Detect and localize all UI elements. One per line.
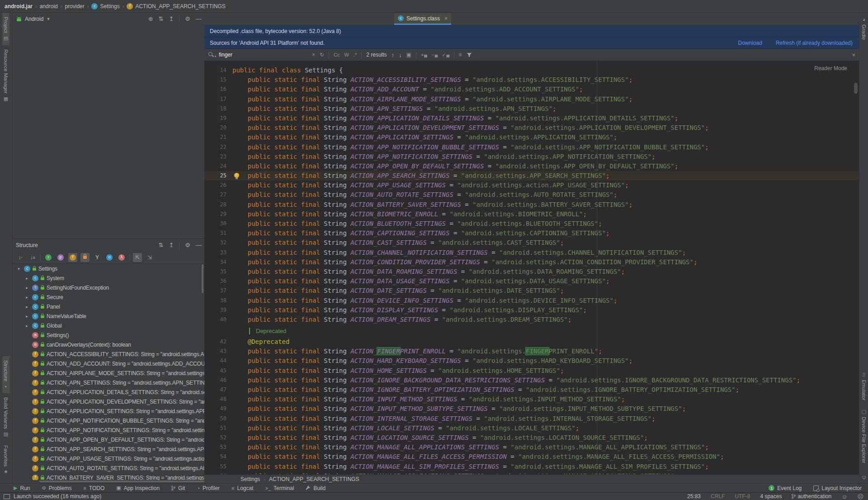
code-line[interactable]: 14public final class Settings {: [204, 66, 859, 75]
code-line[interactable]: 27 public static final String ACTION_AUT…: [204, 190, 859, 200]
search-history-icon[interactable]: ↻: [320, 52, 324, 58]
words-toggle[interactable]: W: [344, 52, 349, 57]
tree-item-field[interactable]: fACTION_AIRPLANE_MODE_SETTINGS: String =…: [12, 368, 204, 378]
tool-button-project[interactable]: Project▤: [2, 13, 9, 45]
structure-vscrollbar[interactable]: [202, 264, 203, 293]
code-line[interactable]: 47 public static final String ACTION_IGN…: [204, 385, 859, 395]
code-line[interactable]: 50 public static final String ACTION_INT…: [204, 414, 859, 424]
line-ending-indicator[interactable]: CRLF: [711, 493, 725, 500]
feedback-happy-icon[interactable]: ☺: [841, 493, 847, 500]
hide-panel-icon[interactable]: —: [196, 15, 202, 22]
tree-item-field[interactable]: fACTION_APP_USAGE_SETTINGS: String = "an…: [12, 454, 204, 463]
refresh-link[interactable]: Refresh (if already downloaded): [776, 40, 853, 46]
code-line[interactable]: 31 public static final String ACTION_CAP…: [204, 229, 859, 238]
code-line[interactable]: 34 public static final String ACTION_CON…: [204, 257, 859, 267]
tree-item-class[interactable]: ▾cSettings: [12, 264, 204, 273]
remove-occurrence-icon[interactable]: −▮▮: [431, 52, 437, 58]
expand-all-icon[interactable]: ⇅: [159, 242, 164, 248]
tree-item-field[interactable]: fACTION_ACCESSIBILITY_SETTINGS: String =…: [12, 349, 204, 359]
tree-item-field[interactable]: fACTION_APPLICATION_SETTINGS: String = "…: [12, 406, 204, 416]
show-properties-icon[interactable]: p: [56, 253, 65, 262]
tool-window-button-run[interactable]: ▶Run: [14, 485, 30, 491]
search-icon[interactable]: ▾: [208, 52, 214, 58]
tree-item-nested-class[interactable]: ▸cSystem: [12, 273, 204, 283]
code-line[interactable]: 51 public static final String ACTION_LOC…: [204, 424, 859, 433]
code-line[interactable]: 19 public static final String ACTION_APP…: [204, 114, 859, 123]
tree-item-field[interactable]: fACTION_APPLICATION_DEVELOPMENT_SETTINGS…: [12, 397, 204, 406]
git-branch-indicator[interactable]: authentication: [792, 493, 831, 500]
tool-button-build-variants[interactable]: Build Variants▨: [2, 393, 9, 441]
next-occurrence-icon[interactable]: ↓: [399, 52, 402, 58]
breadcrumb-item-field[interactable]: f ACTION_APP_SEARCH_SETTINGS: [127, 3, 225, 10]
gear-icon[interactable]: ⚙: [185, 15, 190, 22]
code-line[interactable]: 55 public static final String ACTION_MAN…: [204, 462, 859, 471]
tree-item-nested-class[interactable]: ▸cSecure: [12, 292, 204, 302]
prev-occurrence-icon[interactable]: ↑: [392, 52, 395, 58]
regex-toggle[interactable]: .*: [354, 52, 357, 57]
breadcrumb-item-settings[interactable]: Settings: [241, 476, 260, 482]
tree-item-method[interactable]: mSettings(): [12, 330, 204, 340]
code-line[interactable]: 30 public static final String ACTION_BLU…: [204, 219, 859, 229]
tool-window-button-terminal[interactable]: >_Terminal: [265, 485, 294, 491]
code-line[interactable]: 53 public static final String ACTION_MAN…: [204, 443, 859, 452]
code-line[interactable]: 24 public static final String ACTION_APP…: [204, 162, 859, 171]
encoding-indicator[interactable]: UTF-8: [735, 493, 750, 500]
code-line[interactable]: 45 public static final String ACTION_HOM…: [204, 366, 859, 376]
code-line[interactable]: 23 public static final String ACTION_APP…: [204, 152, 859, 162]
match-case-toggle[interactable]: Cc: [334, 52, 340, 57]
tool-window-button-git[interactable]: Git: [171, 485, 185, 491]
show-fields-icon[interactable]: f: [68, 253, 77, 262]
code-line[interactable]: 15 public static final String ACTION_ACC…: [204, 75, 859, 85]
structure-hscrollbar[interactable]: [39, 481, 204, 482]
autoscroll-from-source-icon[interactable]: ⇲: [145, 253, 154, 262]
code-line[interactable]: 52 public static final String ACTION_LOC…: [204, 433, 859, 443]
breadcrumb-item-settings[interactable]: c Settings: [91, 3, 119, 10]
tree-item-nested-class[interactable]: ▸cNameValueTable: [12, 311, 204, 321]
show-lambdas-icon[interactable]: λ: [117, 253, 126, 262]
autoscroll-to-source-icon[interactable]: ⇱: [133, 253, 142, 262]
tree-item-field[interactable]: fACTION_APP_NOTIFICATION_BUBBLE_SETTINGS…: [12, 416, 204, 425]
code-line[interactable]: 40 public static final String ACTION_DRE…: [204, 315, 859, 324]
show-interfaces-icon[interactable]: o: [105, 253, 114, 262]
add-occurrence-icon[interactable]: +▮▮: [421, 52, 427, 58]
sort-by-visibility-icon[interactable]: ↓▪: [16, 253, 25, 262]
show-inherited-icon[interactable]: ↑: [44, 253, 53, 262]
breadcrumb-item-field[interactable]: ACTION_APP_SEARCH_SETTINGS: [269, 476, 359, 482]
code-line[interactable]: 33 public static final String ACTION_CHA…: [204, 248, 859, 257]
show-non-public-icon[interactable]: [80, 253, 90, 262]
tool-window-button-app-inspection[interactable]: ▣App Inspection: [116, 485, 160, 491]
code-line[interactable]: 17 public static final String ACTION_AIR…: [204, 95, 859, 104]
expand-all-icon[interactable]: ⇅: [159, 15, 164, 22]
code-line[interactable]: 37 public static final String ACTION_DAT…: [204, 286, 859, 295]
code-line[interactable]: Deprecated: [204, 324, 859, 337]
tree-item-nested-class[interactable]: ▸cGlobal: [12, 321, 204, 330]
tool-button-resource-manager[interactable]: Resource Manager▦: [2, 45, 9, 106]
code-line[interactable]: 20 public static final String ACTION_APP…: [204, 123, 859, 133]
tree-item-nested-class[interactable]: ▸↯SettingNotFoundException: [12, 283, 204, 292]
indent-indicator[interactable]: 4 spaces: [760, 493, 782, 500]
collapse-all-icon[interactable]: ↥: [169, 242, 174, 248]
code-line[interactable]: 36 public static final String ACTION_DAT…: [204, 276, 859, 286]
code-line[interactable]: 46 public static final String ACTION_IGN…: [204, 376, 859, 385]
code-line[interactable]: 48 public static final String ACTION_INP…: [204, 395, 859, 404]
code-line[interactable]: 21 public static final String ACTION_APP…: [204, 133, 859, 142]
tool-window-button-layout-inspector[interactable]: Layout Inspector: [813, 485, 862, 491]
breadcrumb-item-android[interactable]: android: [40, 3, 58, 10]
editor-scrollbar[interactable]: [854, 83, 858, 94]
tree-item-field[interactable]: fACTION_APP_OPEN_BY_DEFAULT_SETTINGS: St…: [12, 435, 204, 444]
code-line[interactable]: 38 public static final String ACTION_DEV…: [204, 296, 859, 305]
tool-button-emulator[interactable]: ▯Emulator: [860, 367, 868, 405]
tool-window-button-event-log[interactable]: 1Event Log: [769, 485, 802, 491]
collapse-all-icon[interactable]: ↥: [169, 15, 174, 22]
tree-item-field[interactable]: fACTION_AUTO_ROTATE_SETTINGS: String = "…: [12, 463, 204, 473]
group-methods-icon[interactable]: Y: [93, 253, 102, 262]
tree-item-nested-class[interactable]: ▸cPanel: [12, 302, 204, 311]
tab-settings-class[interactable]: c Settings.class ×: [394, 13, 451, 25]
feedback-sad-icon[interactable]: ☹: [857, 493, 863, 500]
tool-window-button-problems[interactable]: ⊖Problems: [42, 485, 71, 491]
locate-icon[interactable]: ⊕: [148, 15, 153, 22]
code-line[interactable]: 16 public static final String ACTION_ADD…: [204, 85, 859, 94]
code-line[interactable]: 28 public static final String ACTION_BAT…: [204, 200, 859, 210]
tree-item-field[interactable]: fACTION_APP_NOTIFICATION_SETTINGS: Strin…: [12, 425, 204, 435]
project-view-selector[interactable]: Android: [25, 16, 43, 22]
